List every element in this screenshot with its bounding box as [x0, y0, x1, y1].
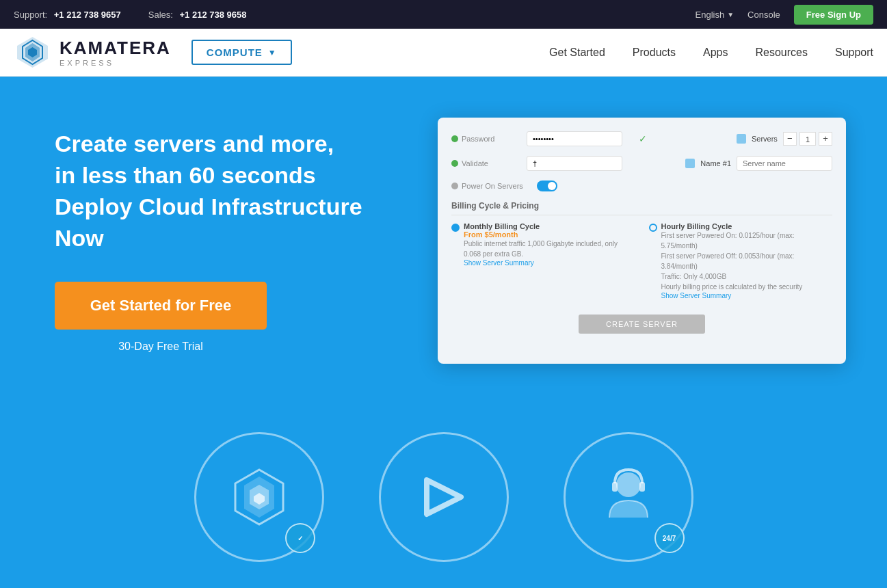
password-label: Password: [451, 135, 513, 143]
hourly-traffic: Traffic: Only 4,000GB: [661, 271, 833, 282]
monthly-detail: Public internet traffic 1,000 Gigabyte i…: [464, 239, 635, 259]
deploy-icon: [413, 466, 475, 528]
infrastructure-icon: [225, 463, 293, 531]
chevron-down-icon: ▼: [268, 48, 277, 57]
checkmark-icon: ✓: [297, 535, 303, 542]
nav-support[interactable]: Support: [835, 46, 873, 59]
name-label: Name #1: [700, 159, 731, 168]
counter-plus-button[interactable]: +: [819, 132, 832, 146]
monthly-radio[interactable]: [451, 224, 460, 232]
nav-apps[interactable]: Apps: [703, 46, 728, 59]
trial-text: 30-Day Free Trial: [55, 340, 267, 353]
server-count: 1: [799, 132, 816, 146]
server-counter: − 1 +: [783, 132, 832, 146]
password-row: Password ✓ Servers − 1 +: [451, 131, 832, 146]
contact-info: Support: +1 212 738 9657 Sales: +1 212 7…: [14, 10, 696, 20]
check-icon: ✓: [639, 133, 647, 144]
infrastructure-badge: ✓: [285, 523, 315, 553]
support-contact: Support: +1 212 738 9657: [14, 10, 121, 20]
password-input[interactable]: [527, 131, 622, 146]
password-dot-icon: [451, 135, 458, 142]
validate-row: Validate Name #1: [451, 156, 832, 171]
hourly-detail1: First server Powered On: 0.0125/hour (ma…: [661, 230, 833, 251]
get-started-button[interactable]: Get Started for Free: [55, 282, 267, 330]
billing-title: Billing Cycle & Pricing: [451, 201, 832, 215]
monthly-label: Monthly Billing Cycle: [464, 222, 635, 230]
servers-label: Servers: [752, 135, 778, 143]
counter-minus-button[interactable]: −: [783, 132, 797, 146]
svg-rect-11: [639, 482, 645, 492]
support-24-7-badge: 24/7: [654, 523, 685, 553]
features-section: ✓ 24/7: [0, 405, 887, 588]
power-dot-icon: [451, 183, 458, 189]
create-server-button[interactable]: CREATE SERVER: [579, 315, 705, 334]
validate-label: Validate: [451, 159, 513, 168]
console-link[interactable]: Console: [747, 10, 780, 20]
language-selector[interactable]: English ▼: [696, 10, 734, 20]
logo-name: KAMATERA: [59, 38, 171, 59]
validate-dot-icon: [451, 160, 458, 167]
compute-dropdown-button[interactable]: COMPUTE ▼: [191, 40, 292, 65]
dashboard-preview: Password ✓ Servers − 1 + Validate: [438, 118, 846, 364]
support-icon: [594, 463, 663, 531]
monthly-summary-link[interactable]: Show Server Summary: [464, 259, 635, 267]
svg-point-9: [616, 472, 641, 497]
hero-title: Create servers and more, in less than 60…: [55, 129, 397, 254]
servers-icon: [737, 134, 746, 144]
logo-text: KAMATERA EXPRESS: [59, 38, 171, 67]
language-label: English: [696, 10, 725, 20]
nav-resources[interactable]: Resources: [755, 46, 807, 59]
servers-control: Servers − 1 +: [737, 132, 832, 146]
hero-text: Create servers and more, in less than 60…: [55, 129, 397, 353]
server-name-input[interactable]: [737, 156, 832, 171]
topbar: Support: +1 212 738 9657 Sales: +1 212 7…: [0, 0, 887, 29]
topbar-right: English ▼ Console Free Sign Up: [696, 5, 873, 25]
navbar: KAMATERA EXPRESS COMPUTE ▼ Get Started P…: [0, 29, 887, 77]
billing-section: Monthly Billing Cycle From $5/month Publ…: [451, 222, 832, 305]
hourly-radio[interactable]: [649, 224, 657, 232]
name-control: Name #1: [685, 156, 832, 171]
monthly-billing: Monthly Billing Cycle From $5/month Publ…: [451, 222, 635, 305]
svg-rect-10: [612, 482, 618, 492]
hourly-note: Hourly billing price is calculated by th…: [661, 282, 833, 292]
hourly-summary-link[interactable]: Show Server Summary: [661, 292, 833, 299]
feature-deploy: [379, 432, 509, 562]
power-toggle[interactable]: [537, 181, 557, 191]
hero-section: Create servers and more, in less than 60…: [0, 77, 887, 405]
logo[interactable]: KAMATERA EXPRESS: [14, 34, 171, 71]
feature-circle-deploy: [379, 432, 509, 562]
feature-circle-infrastructure: ✓: [194, 432, 324, 562]
logo-sub: EXPRESS: [59, 59, 171, 67]
free-signup-button[interactable]: Free Sign Up: [794, 5, 873, 25]
hourly-option: Hourly Billing Cycle First server Powere…: [649, 222, 833, 299]
hourly-detail2: First server Powered Off: 0.0053/hour (m…: [661, 251, 833, 271]
chevron-down-icon: ▼: [727, 11, 734, 18]
validate-input[interactable]: [527, 156, 622, 171]
nav-get-started[interactable]: Get Started: [549, 46, 605, 59]
feature-support: 24/7: [564, 432, 693, 562]
feature-infrastructure: ✓: [194, 432, 324, 562]
sales-contact: Sales: +1 212 738 9658: [148, 10, 247, 20]
power-row: Power On Servers: [451, 181, 832, 191]
kamatera-logo-icon: [14, 34, 51, 71]
main-navigation: Get Started Products Apps Resources Supp…: [549, 46, 873, 59]
create-server-area: CREATE SERVER: [451, 315, 832, 334]
feature-circle-support: 24/7: [564, 432, 693, 562]
hourly-label: Hourly Billing Cycle: [661, 222, 833, 230]
monthly-option: Monthly Billing Cycle From $5/month Publ…: [451, 222, 635, 267]
24-7-icon: 24/7: [663, 535, 676, 542]
nav-products[interactable]: Products: [633, 46, 676, 59]
hourly-billing: Hourly Billing Cycle First server Powere…: [649, 222, 833, 305]
svg-marker-8: [427, 480, 461, 514]
monthly-price: From $5/month: [464, 230, 635, 239]
power-label: Power On Servers: [451, 182, 523, 190]
name-icon: [685, 159, 695, 168]
